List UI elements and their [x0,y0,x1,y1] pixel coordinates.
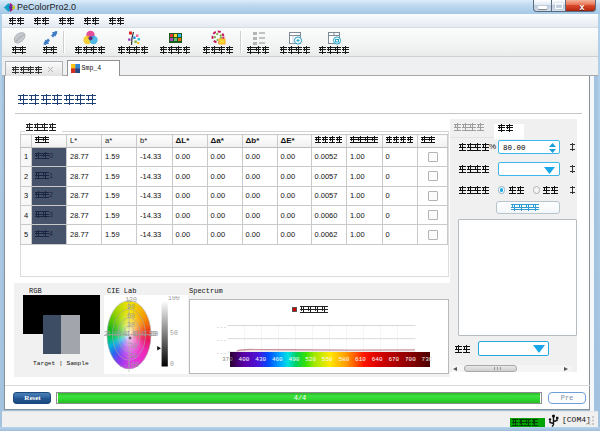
svg-text:...: ... [216,335,227,342]
svg-text:-30: -30 [125,343,137,350]
svg-text:90: 90 [127,304,135,311]
svg-text:120: 120 [125,297,137,304]
svg-text:50: 50 [170,330,178,337]
svg-text:20: 20 [149,331,157,338]
svg-text:60: 60 [127,313,135,320]
svg-text:100: 100 [168,296,180,302]
svg-text:...: ... [216,322,227,329]
svg-text:30: 30 [127,322,135,329]
svg-text:...: ... [216,349,227,356]
